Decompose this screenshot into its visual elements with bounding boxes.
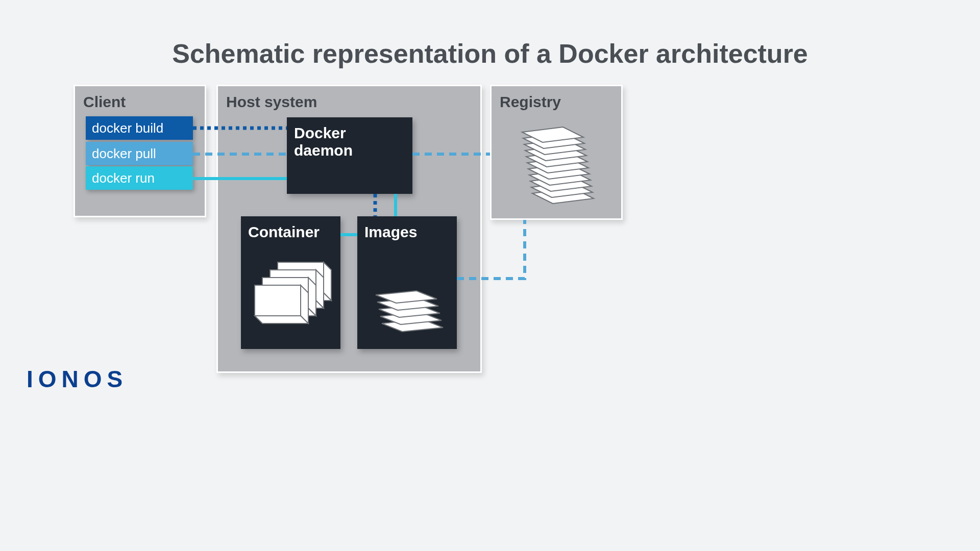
docker-run-command: docker run xyxy=(86,166,193,190)
diagram-title: Schematic representation of a Docker arc… xyxy=(0,38,980,69)
host-panel-title: Host system xyxy=(218,86,480,118)
docker-pull-command: docker pull xyxy=(86,142,193,165)
svg-marker-20 xyxy=(255,285,301,316)
svg-marker-22 xyxy=(255,316,308,323)
images-box: Images xyxy=(357,216,457,349)
registry-panel: Registry xyxy=(490,85,623,220)
client-panel-title: Client xyxy=(75,86,205,118)
docker-daemon-label: Docker daemon xyxy=(287,117,412,166)
container-label: Container xyxy=(241,216,340,248)
ionos-logo: IONOS xyxy=(27,365,128,393)
registry-panel-title: Registry xyxy=(492,86,621,118)
container-box: Container xyxy=(241,216,340,349)
registry-stack-icon xyxy=(517,122,599,209)
images-label: Images xyxy=(357,216,457,248)
container-boxes-icon xyxy=(247,257,334,339)
docker-daemon-box: Docker daemon xyxy=(287,117,412,194)
images-stack-icon xyxy=(366,283,448,339)
docker-build-command: docker build xyxy=(86,116,193,140)
connector-lines xyxy=(0,0,980,551)
